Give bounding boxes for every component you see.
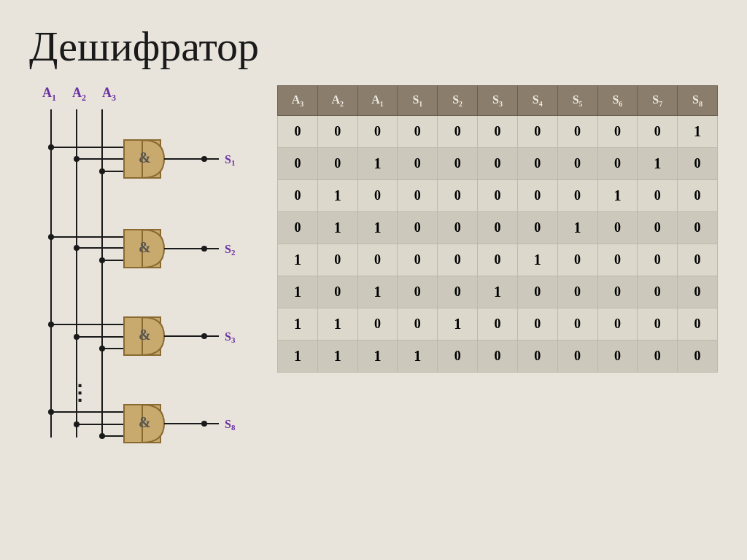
table-cell: 0 (478, 180, 518, 212)
table-cell: 1 (357, 276, 398, 308)
table-cell: 0 (478, 341, 518, 373)
table-cell: 0 (478, 308, 518, 341)
table-cell: 0 (678, 148, 718, 180)
table-cell: 1 (357, 148, 398, 180)
table-cell: 1 (478, 276, 518, 308)
table-cell: 1 (278, 341, 318, 373)
table-cell: 0 (438, 244, 478, 276)
svg-point-20 (99, 257, 105, 263)
table-cell: 0 (517, 116, 557, 148)
table-cell: 0 (517, 308, 557, 341)
svg-point-19 (74, 245, 80, 251)
table-cell: 0 (638, 116, 678, 148)
table-cell: 0 (597, 341, 638, 373)
table-cell: 0 (638, 180, 678, 212)
table-cell: 0 (678, 276, 718, 308)
page-title: Дешифратор (29, 22, 718, 71)
table-row: 01100001000 (278, 212, 718, 244)
table-cell: 1 (678, 116, 718, 148)
col-header-s2: S2 (438, 86, 478, 116)
circuit-diagram: & S1 & S2 (29, 109, 255, 459)
table-cell: 0 (557, 180, 597, 212)
table-cell: 0 (398, 116, 438, 148)
table-cell: 0 (357, 308, 398, 341)
svg-text:S8: S8 (225, 418, 236, 432)
table-cell: 0 (317, 244, 357, 276)
truth-table: A3 A2 A1 S1 S2 S3 S4 S5 S6 S7 S8 0000000… (277, 85, 718, 373)
table-cell: 1 (317, 308, 357, 341)
col-header-s1: S1 (398, 86, 438, 116)
svg-point-8 (99, 168, 105, 174)
table-cell: 0 (398, 244, 438, 276)
table-cell: 0 (398, 276, 438, 308)
svg-point-32 (99, 346, 105, 351)
table-cell: 0 (517, 341, 557, 373)
table-cell: 1 (317, 341, 357, 373)
svg-text:&: & (139, 327, 151, 343)
svg-point-18 (48, 234, 54, 240)
table-cell: 0 (638, 308, 678, 341)
svg-text:⋮: ⋮ (69, 381, 90, 404)
col-header-a3: A3 (278, 86, 318, 116)
svg-point-7 (74, 156, 80, 162)
table-cell: 0 (517, 148, 557, 180)
svg-text:S1: S1 (225, 153, 235, 167)
table-cell: 0 (517, 212, 557, 244)
table-cell: 1 (597, 180, 638, 212)
table-cell: 0 (597, 244, 638, 276)
table-cell: 0 (678, 180, 718, 212)
svg-point-43 (48, 409, 54, 415)
table-cell: 0 (557, 148, 597, 180)
table-cell: 1 (278, 244, 318, 276)
table-row: 10100100000 (278, 276, 718, 308)
col-header-a1: A1 (357, 86, 398, 116)
svg-text:&: & (139, 239, 151, 255)
table-cell: 0 (638, 341, 678, 373)
table-cell: 0 (398, 180, 438, 212)
table-cell: 0 (438, 148, 478, 180)
table-row: 11110000000 (278, 341, 718, 373)
table-cell: 1 (398, 341, 438, 373)
table-cell: 1 (278, 308, 318, 341)
col-header-a2: A2 (317, 86, 357, 116)
table-cell: 0 (478, 148, 518, 180)
col-header-s3: S3 (478, 86, 518, 116)
table-row: 10000010000 (278, 244, 718, 276)
table-row: 01000000100 (278, 180, 718, 212)
table-cell: 0 (638, 244, 678, 276)
table-cell: 0 (557, 244, 597, 276)
table-cell: 0 (278, 180, 318, 212)
table-cell: 0 (438, 180, 478, 212)
table-cell: 1 (517, 244, 557, 276)
table-cell: 0 (557, 308, 597, 341)
circuit-area: A1 A2 A3 (29, 85, 255, 462)
table-cell: 0 (597, 148, 638, 180)
svg-text:&: & (139, 414, 151, 430)
svg-text:&: & (139, 149, 151, 166)
table-cell: 0 (438, 116, 478, 148)
table-cell: 0 (357, 244, 398, 276)
table-cell: 0 (278, 212, 318, 244)
table-cell: 0 (638, 212, 678, 244)
table-cell: 0 (317, 148, 357, 180)
svg-point-6 (48, 144, 54, 150)
table-cell: 0 (517, 180, 557, 212)
table-cell: 0 (557, 276, 597, 308)
truth-table-area: A3 A2 A1 S1 S2 S3 S4 S5 S6 S7 S8 0000000… (277, 85, 718, 373)
table-cell: 0 (278, 116, 318, 148)
table-cell: 0 (678, 308, 718, 341)
table-cell: 1 (557, 212, 597, 244)
svg-text:S3: S3 (225, 330, 236, 344)
input-label-a3: A3 (102, 85, 116, 104)
svg-point-44 (74, 421, 80, 427)
table-cell: 0 (398, 212, 438, 244)
table-cell: 0 (478, 212, 518, 244)
table-cell: 0 (517, 276, 557, 308)
col-header-s8: S8 (678, 86, 718, 116)
input-label-a1: A1 (42, 85, 56, 104)
svg-text:S2: S2 (225, 243, 236, 257)
table-cell: 1 (278, 276, 318, 308)
table-cell: 0 (357, 116, 398, 148)
input-labels: A1 A2 A3 (29, 85, 255, 104)
table-cell: 0 (317, 116, 357, 148)
